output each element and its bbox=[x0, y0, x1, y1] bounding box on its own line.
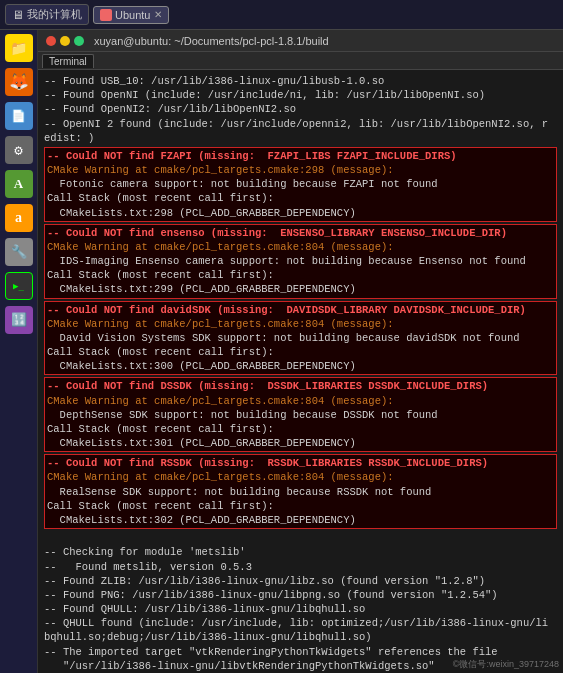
error-rssdk-header: -- Could NOT find RSSDK (missing: RSSDK_… bbox=[47, 456, 554, 470]
sidebar-icon-calc[interactable]: 🔢 bbox=[5, 306, 33, 334]
terminal-line-2: -- Found OpenNI (include: /usr/include/n… bbox=[44, 88, 557, 102]
error-fzapi-line4: CMakeLists.txt:298 (PCL_ADD_GRABBER_DEPE… bbox=[47, 206, 554, 220]
terminal-line-4: -- OpenNI 2 found (include: /usr/include… bbox=[44, 117, 557, 131]
error-rssdk-line3: Call Stack (most recent call first): bbox=[47, 499, 554, 513]
error-fzapi-line1: CMake Warning at cmake/pcl_targets.cmake… bbox=[47, 163, 554, 177]
taskbar-ubuntu-label: Ubuntu bbox=[115, 9, 150, 21]
terminal-metslib-3: -- Found metslib, version 0.5.3 bbox=[44, 560, 557, 574]
terminal-vtk-1: -- The imported target "vtkRenderingPyth… bbox=[44, 645, 557, 659]
terminal-minimize-btn[interactable] bbox=[60, 36, 70, 46]
watermark: ©微信号:weixin_39717248 bbox=[453, 658, 559, 671]
error-dssdk-line2: DepthSense SDK support: not building bec… bbox=[47, 408, 554, 422]
error-block-ensenso: -- Could NOT find ensenso (missing: ENSE… bbox=[44, 224, 557, 299]
terminal-tab[interactable]: Terminal bbox=[42, 54, 94, 68]
taskbar-my-computer-label: 我的计算机 bbox=[27, 7, 82, 22]
error-rssdk-line4: CMakeLists.txt:302 (PCL_ADD_GRABBER_DEPE… bbox=[47, 513, 554, 527]
error-dssdk-line3: Call Stack (most recent call first): bbox=[47, 422, 554, 436]
error-block-dssdk: -- Could NOT find DSSDK (missing: DSSDK_… bbox=[44, 377, 557, 452]
terminal-line-3: -- Found OpenNI2: /usr/lib/libOpenNI2.so bbox=[44, 102, 557, 116]
tab-bar: Terminal bbox=[38, 52, 563, 70]
terminal-qhull-3: bqhull.so;debug;/usr/lib/i386-linux-gnu/… bbox=[44, 630, 557, 644]
sidebar: 📁 🦊 📄 ⚙ A a 🔧 ▶_ 🔢 bbox=[0, 30, 38, 673]
error-rssdk-line1: CMake Warning at cmake/pcl_targets.cmake… bbox=[47, 470, 554, 484]
error-block-fzapi: -- Could NOT find FZAPI (missing: FZAPI_… bbox=[44, 147, 557, 222]
terminal-qhull-2: -- QHULL found (include: /usr/include, l… bbox=[44, 616, 557, 630]
error-fzapi-header: -- Could NOT find FZAPI (missing: FZAPI_… bbox=[47, 149, 554, 163]
error-davidsdk-line3: Call Stack (most recent call first): bbox=[47, 345, 554, 359]
main-layout: 📁 🦊 📄 ⚙ A a 🔧 ▶_ 🔢 xuyan@ubuntu: ~/Docum… bbox=[0, 30, 563, 673]
terminal-titlebar: xuyan@ubuntu: ~/Documents/pcl-pcl-1.8.1/… bbox=[38, 30, 563, 52]
terminal-content[interactable]: -- Found USB_10: /usr/lib/i386-linux-gnu… bbox=[38, 70, 563, 673]
error-fzapi-line2: Fotonic camera support: not building bec… bbox=[47, 177, 554, 191]
taskbar-my-computer[interactable]: 🖥 我的计算机 bbox=[5, 4, 89, 25]
sidebar-icon-terminal[interactable]: ▶_ bbox=[5, 272, 33, 300]
error-davidsdk-line1: CMake Warning at cmake/pcl_targets.cmake… bbox=[47, 317, 554, 331]
error-dssdk-line4: CMakeLists.txt:301 (PCL_ADD_GRABBER_DEPE… bbox=[47, 436, 554, 450]
taskbar-ubuntu[interactable]: Ubuntu ✕ bbox=[93, 6, 169, 24]
sidebar-icon-wrench[interactable]: 🔧 bbox=[5, 238, 33, 266]
terminal-close-btn[interactable] bbox=[46, 36, 56, 46]
terminal-zlib: -- Found ZLIB: /usr/lib/i386-linux-gnu/l… bbox=[44, 574, 557, 588]
error-ensenso-line3: Call Stack (most recent call first): bbox=[47, 268, 554, 282]
error-dssdk-line1: CMake Warning at cmake/pcl_targets.cmake… bbox=[47, 394, 554, 408]
error-dssdk-header: -- Could NOT find DSSDK (missing: DSSDK_… bbox=[47, 379, 554, 393]
terminal-area: xuyan@ubuntu: ~/Documents/pcl-pcl-1.8.1/… bbox=[38, 30, 563, 673]
error-fzapi-line3: Call Stack (most recent call first): bbox=[47, 191, 554, 205]
taskbar: 🖥 我的计算机 Ubuntu ✕ bbox=[0, 0, 563, 30]
error-rssdk-line2: RealSense SDK support: not building beca… bbox=[47, 485, 554, 499]
sidebar-icon-firefox[interactable]: 🦊 bbox=[5, 68, 33, 96]
terminal-title: xuyan@ubuntu: ~/Documents/pcl-pcl-1.8.1/… bbox=[94, 35, 329, 47]
terminal-maximize-btn[interactable] bbox=[74, 36, 84, 46]
terminal-png: -- Found PNG: /usr/lib/i386-linux-gnu/li… bbox=[44, 588, 557, 602]
terminal-line-1: -- Found USB_10: /usr/lib/i386-linux-gnu… bbox=[44, 74, 557, 88]
error-ensenso-line2: IDS-Imaging Ensenso camera support: not … bbox=[47, 254, 554, 268]
terminal-qhull-1: -- Found QHULL: /usr/lib/i386-linux-gnu/… bbox=[44, 602, 557, 616]
terminal-metslib-2: -- Checking for module 'metslib' bbox=[44, 545, 557, 559]
error-davidsdk-line4: CMakeLists.txt:300 (PCL_ADD_GRABBER_DEPE… bbox=[47, 359, 554, 373]
terminal-metslib-1 bbox=[44, 531, 557, 545]
terminal-line-5: edist: ) bbox=[44, 131, 557, 145]
error-block-rssdk: -- Could NOT find RSSDK (missing: RSSDK_… bbox=[44, 454, 557, 529]
sidebar-icon-amazon[interactable]: a bbox=[5, 204, 33, 232]
sidebar-icon-settings[interactable]: ⚙ bbox=[5, 136, 33, 164]
error-block-davidsdk: -- Could NOT find davidSDK (missing: DAV… bbox=[44, 301, 557, 376]
error-ensenso-line4: CMakeLists.txt:299 (PCL_ADD_GRABBER_DEPE… bbox=[47, 282, 554, 296]
error-davidsdk-line2: David Vision Systems SDK support: not bu… bbox=[47, 331, 554, 345]
sidebar-icon-folder[interactable]: 📁 bbox=[5, 34, 33, 62]
sidebar-icon-text[interactable]: A bbox=[5, 170, 33, 198]
error-ensenso-line1: CMake Warning at cmake/pcl_targets.cmake… bbox=[47, 240, 554, 254]
error-davidsdk-header: -- Could NOT find davidSDK (missing: DAV… bbox=[47, 303, 554, 317]
sidebar-icon-files[interactable]: 📄 bbox=[5, 102, 33, 130]
taskbar-ubuntu-close[interactable]: ✕ bbox=[154, 9, 162, 20]
error-ensenso-header: -- Could NOT find ensenso (missing: ENSE… bbox=[47, 226, 554, 240]
